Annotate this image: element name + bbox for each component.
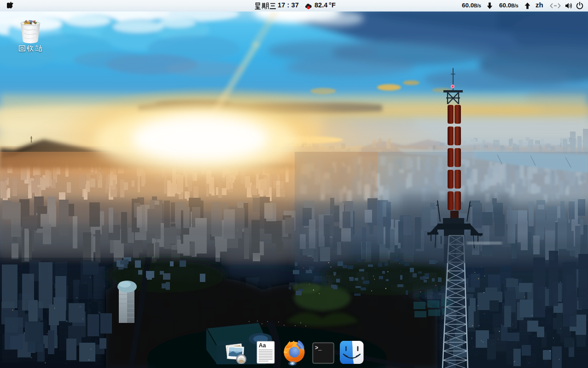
svg-text:>_: >_ — [315, 345, 322, 351]
svg-text:Aa: Aa — [259, 342, 266, 349]
